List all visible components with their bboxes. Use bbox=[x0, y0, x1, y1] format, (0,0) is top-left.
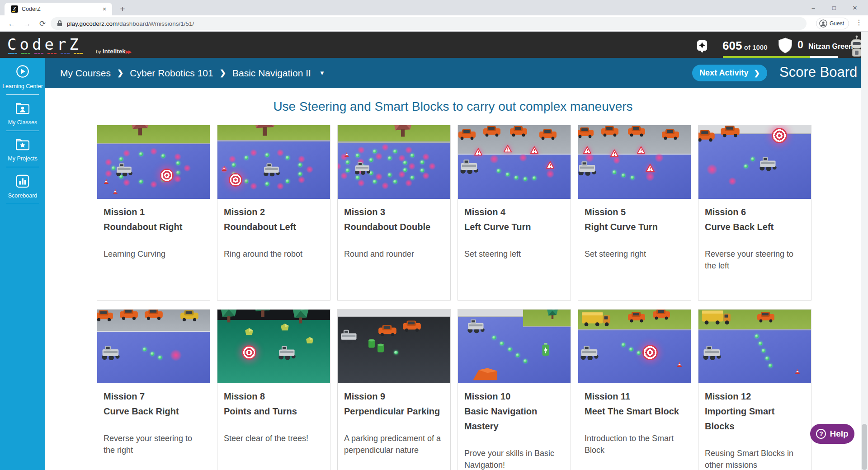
window-close-button[interactable]: ✕ bbox=[850, 5, 860, 11]
mission-thumbnail bbox=[217, 125, 330, 199]
mission-card[interactable]: Mission 12 Importing Smart Blocks Reusin… bbox=[698, 309, 811, 470]
sidebar-item-label: Scoreboard bbox=[0, 192, 45, 199]
mission-card[interactable]: Mission 1 Roundabout Right Learning Curv… bbox=[97, 125, 210, 301]
mission-description: Reusing Smart Blocks in other missions bbox=[705, 447, 805, 470]
mission-card[interactable]: Mission 10 Basic Navigation Mastery Prov… bbox=[458, 309, 571, 470]
window-minimize-button[interactable]: – bbox=[808, 5, 818, 11]
guest-profile-chip[interactable]: Guest bbox=[816, 18, 849, 29]
mission-card[interactable]: Mission 9 Perpendicular Parking A parkin… bbox=[337, 309, 451, 470]
mission-description: Steer clear of the trees! bbox=[224, 432, 324, 444]
course-navbar: My Courses ❯Cyber Robotics 101 ❯Basic Na… bbox=[45, 58, 868, 88]
chevron-right-icon: ❯ bbox=[220, 68, 226, 78]
browser-menu-icon[interactable]: ⋮ bbox=[854, 18, 863, 27]
points-total: of 1000 bbox=[744, 43, 768, 51]
mission-subtitle: Right Curve Turn bbox=[585, 220, 684, 235]
shield-icon[interactable] bbox=[777, 37, 794, 56]
main-content: Use Steering and Smart Blocks to carry o… bbox=[45, 88, 868, 470]
mission-thumbnail bbox=[217, 310, 330, 383]
chevron-right-icon: ❯ bbox=[754, 69, 760, 77]
help-button[interactable]: ? Help bbox=[810, 424, 854, 444]
mission-card[interactable]: Mission 8 Points and Turns Steer clear o… bbox=[217, 309, 330, 470]
mission-subtitle: Meet The Smart Block bbox=[585, 404, 684, 419]
browser-window: { "colors": { "header_bg": "#2b2b2b", "s… bbox=[0, 0, 868, 470]
back-button[interactable]: ← bbox=[6, 19, 17, 29]
score-board-link[interactable]: Score Board bbox=[779, 64, 857, 80]
breadcrumb-item[interactable]: Basic Navigation II ▼ bbox=[232, 68, 325, 79]
mission-subtitle: Roundabout Left bbox=[224, 220, 324, 235]
xp-badge-icon[interactable] bbox=[696, 40, 708, 56]
mission-thumbnail bbox=[97, 310, 210, 383]
sidebar: Learning Center My Classes My Projects S… bbox=[0, 58, 45, 470]
mission-description: A parking predicament of a perpendicular… bbox=[344, 432, 444, 456]
sidebar-item-scoreboard[interactable]: Scoreboard bbox=[0, 168, 45, 204]
url-path: /dashboard/#/missions/1/51/ bbox=[118, 20, 194, 27]
mission-card[interactable]: Mission 2 Roundabout Left Ring around th… bbox=[217, 125, 330, 301]
mission-description: Learning Curving bbox=[104, 248, 203, 260]
breadcrumb-item[interactable]: Cyber Robotics 101 ❯ bbox=[130, 68, 226, 79]
folder-user-icon bbox=[15, 102, 30, 117]
window-maximize-button[interactable]: □ bbox=[829, 5, 839, 11]
mission-subtitle: Left Curve Turn bbox=[464, 220, 564, 235]
breadcrumb: My Courses ❯Cyber Robotics 101 ❯Basic Na… bbox=[60, 58, 325, 88]
mission-subtitle: Roundabout Right bbox=[104, 220, 203, 235]
folder-star-icon bbox=[15, 138, 30, 153]
mission-subtitle: Basic Navigation Mastery bbox=[464, 404, 564, 434]
breadcrumb-item[interactable]: My Courses ❯ bbox=[60, 68, 123, 79]
sidebar-item-label: My Classes bbox=[0, 119, 45, 126]
coderz-favicon: Z bbox=[11, 5, 18, 13]
tab-title: CoderZ bbox=[22, 6, 100, 12]
mission-title: Mission 7 bbox=[104, 389, 203, 404]
user-name[interactable]: Nitzan Green bbox=[808, 42, 853, 51]
question-mark-icon: ? bbox=[816, 429, 826, 439]
mission-subtitle: Curve Back Right bbox=[104, 404, 203, 419]
sidebar-item-label: Learning Center bbox=[0, 83, 45, 90]
mission-title: Mission 8 bbox=[224, 389, 324, 404]
mission-description: Prove your skills in Basic Navigation! bbox=[464, 447, 564, 470]
mission-thumbnail bbox=[338, 125, 450, 199]
mission-card[interactable]: Mission 7 Curve Back Right Reverse your … bbox=[97, 309, 210, 470]
mission-card[interactable]: Mission 4 Left Curve Turn Set steering l… bbox=[458, 125, 571, 301]
mission-card[interactable]: Mission 3 Roundabout Double Round and ro… bbox=[337, 125, 451, 301]
guest-label: Guest bbox=[830, 20, 844, 27]
tab-close-icon[interactable]: ✕ bbox=[100, 5, 108, 13]
chevron-right-icon: ❯ bbox=[117, 68, 123, 78]
mission-thumbnail bbox=[338, 310, 450, 383]
mission-description: Ring around the robot bbox=[224, 248, 324, 260]
mission-card[interactable]: Mission 11 Meet The Smart Block Introduc… bbox=[578, 309, 691, 470]
scrollbar-thumb[interactable] bbox=[862, 424, 867, 470]
logo-color-dashes bbox=[8, 53, 83, 54]
mission-thumbnail bbox=[458, 310, 571, 383]
logo-byline: by intelitek▶▶ bbox=[96, 48, 131, 55]
forward-button[interactable]: → bbox=[22, 19, 33, 29]
mission-title: Mission 5 bbox=[585, 205, 684, 220]
reload-button[interactable]: ⟳ bbox=[37, 19, 48, 29]
page-title: Use Steering and Smart Blocks to carry o… bbox=[45, 99, 861, 114]
address-bar[interactable]: play.gocoderz.com/dashboard/#/missions/1… bbox=[51, 17, 807, 30]
sidebar-item-my-projects[interactable]: My Projects bbox=[0, 132, 45, 167]
mission-title: Mission 11 bbox=[585, 389, 684, 404]
mission-description: Set steering right bbox=[585, 248, 684, 260]
coderz-logo[interactable]: CoderZ bbox=[7, 35, 82, 53]
page-scrollbar[interactable] bbox=[861, 32, 868, 470]
mission-card[interactable]: Mission 5 Right Curve Turn Set steering … bbox=[578, 125, 691, 301]
sidebar-item-my-classes[interactable]: My Classes bbox=[0, 96, 45, 131]
url-domain: play.gocoderz.com bbox=[67, 20, 118, 27]
bar-chart-icon bbox=[16, 174, 29, 190]
sidebar-item-learning-center[interactable]: Learning Center bbox=[0, 58, 45, 95]
guest-avatar-icon bbox=[819, 19, 827, 28]
mission-subtitle: Roundabout Double bbox=[344, 220, 444, 235]
points-display: 605 of 1000 bbox=[722, 39, 768, 53]
browser-tab-strip: Z CoderZ ✕ + – □ ✕ bbox=[0, 0, 868, 15]
new-tab-button[interactable]: + bbox=[117, 3, 128, 15]
mission-thumbnail bbox=[578, 310, 691, 383]
browser-tab[interactable]: Z CoderZ ✕ bbox=[5, 3, 112, 15]
next-activity-button[interactable]: Next Activity ❯ bbox=[692, 65, 767, 81]
mission-thumbnail bbox=[458, 125, 571, 199]
mission-card[interactable]: Mission 6 Curve Back Left Reverse your s… bbox=[698, 125, 811, 301]
mission-subtitle: Curve Back Left bbox=[705, 220, 805, 235]
mission-title: Mission 10 bbox=[464, 389, 564, 404]
mission-description: Reverse your steering to the left bbox=[705, 248, 805, 272]
mission-thumbnail bbox=[578, 125, 691, 199]
mission-subtitle: Importing Smart Blocks bbox=[705, 404, 805, 434]
mission-description: Round and rounder bbox=[344, 248, 444, 260]
